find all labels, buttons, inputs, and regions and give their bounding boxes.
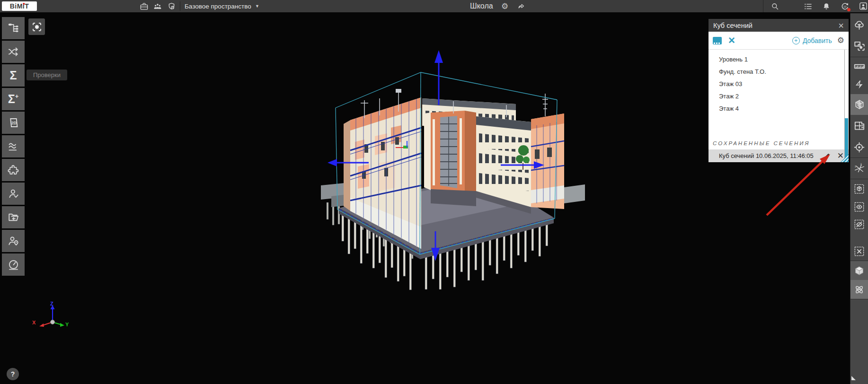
shield-clock-icon[interactable] bbox=[166, 1, 177, 11]
solid-view-button[interactable] bbox=[850, 261, 868, 280]
user-check-button[interactable] bbox=[2, 183, 25, 205]
plus-circle-icon: + bbox=[792, 37, 800, 44]
section-cube-tool-icon[interactable] bbox=[713, 37, 722, 44]
fit-selection-button[interactable] bbox=[850, 35, 868, 57]
isolate-cube-icon bbox=[853, 183, 865, 195]
sheet-2d-icon: 2D bbox=[7, 116, 20, 129]
model-tree-button[interactable] bbox=[2, 17, 25, 39]
building-model bbox=[321, 89, 585, 290]
shuffle-links-button[interactable] bbox=[2, 41, 25, 63]
search-icon[interactable] bbox=[770, 1, 780, 11]
list-item-level[interactable]: Этаж 4 bbox=[709, 103, 849, 115]
show-eye-icon bbox=[853, 201, 865, 213]
panel-settings-gear-icon[interactable]: ⚙ bbox=[837, 36, 844, 44]
flash-mode-button[interactable] bbox=[850, 75, 868, 94]
solid-cube-icon bbox=[853, 265, 865, 277]
arrow-left-head bbox=[328, 159, 337, 166]
bim-viewer-app: Z X Y BiMıT Базовое пространство ▼ Школа… bbox=[0, 0, 868, 384]
gauge-button[interactable] bbox=[2, 253, 25, 276]
waves-chart-button[interactable] bbox=[2, 135, 25, 157]
puzzle-icon bbox=[7, 164, 20, 176]
bell-icon[interactable] bbox=[821, 1, 832, 11]
saved-section-label: Куб сечений 10.06.2025, 11:46:05 bbox=[719, 152, 814, 159]
section-cube-panel: Куб сечений × ✕ + Добавить ⚙ Уровень 1 Ф… bbox=[709, 19, 849, 162]
orbit-button[interactable] bbox=[850, 280, 868, 299]
sigma-icon: Σ bbox=[9, 70, 17, 81]
list-item-level[interactable]: Уровень 1 bbox=[709, 53, 849, 66]
refresh-badge-count: 10 bbox=[843, 5, 846, 8]
fit-selection-icon bbox=[853, 40, 866, 52]
isolate-object-button[interactable] bbox=[850, 179, 868, 198]
axis-y-label: Y bbox=[65, 322, 69, 327]
add-section-button[interactable]: + Добавить bbox=[792, 37, 832, 44]
model-tree-icon bbox=[7, 22, 20, 35]
project-settings-gear-icon[interactable]: ⚙ bbox=[500, 1, 510, 11]
axis-z-label: Z bbox=[50, 301, 53, 306]
panel-close-icon[interactable]: × bbox=[838, 21, 844, 30]
axes-measure-icon: 12 bbox=[853, 162, 866, 175]
user-location-icon bbox=[7, 235, 20, 247]
user-check-icon bbox=[7, 187, 20, 200]
fit-to-view-button[interactable] bbox=[28, 18, 45, 35]
arrow-up-head bbox=[434, 50, 443, 63]
help-button[interactable]: ? bbox=[7, 368, 19, 380]
top-bar: BiMıT Базовое пространство ▼ Школа ⚙ bbox=[0, 0, 868, 12]
project-title: Школа bbox=[470, 2, 493, 10]
floor-plan-button[interactable] bbox=[850, 115, 868, 137]
notification-badge-dot bbox=[847, 8, 850, 11]
gauge-icon bbox=[7, 258, 20, 271]
team-icon[interactable] bbox=[152, 1, 163, 11]
target-button[interactable] bbox=[850, 137, 868, 157]
saved-section-row[interactable]: Куб сечений 10.06.2025, 11:46:05 ✕ bbox=[709, 149, 849, 162]
workspace-label: Базовое пространство bbox=[185, 3, 251, 10]
hide-eye-icon bbox=[853, 218, 865, 230]
list-item-level[interactable]: Этаж 2 bbox=[709, 90, 849, 103]
user-avatar-icon[interactable] bbox=[858, 1, 868, 11]
axes-measure-button[interactable]: 12 bbox=[850, 158, 868, 179]
share-icon[interactable] bbox=[517, 1, 526, 11]
show-objects-button[interactable] bbox=[850, 198, 868, 216]
checks-sigma-button[interactable]: Σ bbox=[2, 64, 25, 87]
folder-export-icon bbox=[7, 211, 20, 224]
section-remove-icon[interactable]: ✕ bbox=[728, 36, 735, 45]
section-cube-button[interactable] bbox=[850, 94, 868, 115]
shuffle-icon bbox=[7, 45, 20, 58]
plugin-puzzle-button[interactable] bbox=[2, 159, 25, 181]
briefcase-icon[interactable] bbox=[139, 1, 149, 11]
right-toolbar: 12 bbox=[850, 13, 868, 384]
flash-icon bbox=[854, 79, 865, 90]
svg-text:2: 2 bbox=[860, 163, 861, 166]
tooltip-checks: Проверки bbox=[27, 70, 67, 80]
ruler-icon bbox=[853, 60, 866, 72]
toolbar-resize-grip[interactable] bbox=[851, 376, 856, 380]
history-refresh-icon[interactable]: 10 bbox=[840, 1, 850, 11]
app-logo[interactable]: BiMıT bbox=[2, 1, 37, 11]
ruler-button[interactable] bbox=[850, 57, 868, 75]
menu-list-icon[interactable] bbox=[803, 1, 813, 11]
panel-header[interactable]: Куб сечений × bbox=[709, 19, 849, 32]
focus-hexagon-icon bbox=[31, 21, 43, 33]
list-item-level[interactable]: Фунд. стена Т.О. bbox=[709, 66, 849, 78]
svg-text:1: 1 bbox=[854, 165, 856, 168]
panel-scrollbar-thumb[interactable] bbox=[845, 118, 848, 158]
orbit-icon bbox=[853, 284, 865, 296]
left-toolbar: Σ Σ+ 2D bbox=[2, 17, 25, 276]
workspace-selector[interactable]: Базовое пространство ▼ bbox=[185, 0, 259, 12]
hide-objects-button[interactable] bbox=[850, 216, 868, 233]
list-item-level[interactable]: Этаж 03 bbox=[709, 78, 849, 90]
waves-icon bbox=[7, 140, 20, 153]
checks-sigma-add-button[interactable]: Σ+ bbox=[2, 88, 25, 110]
sigma-plus-icon: Σ+ bbox=[8, 93, 19, 105]
edit-pencil-icon[interactable] bbox=[824, 153, 830, 159]
tree-icon bbox=[853, 19, 865, 31]
user-location-button[interactable] bbox=[2, 230, 25, 252]
add-section-label: Добавить bbox=[803, 37, 832, 44]
sheet-2d-button[interactable]: 2D bbox=[2, 112, 25, 134]
clear-isolation-button[interactable] bbox=[850, 242, 868, 261]
folder-export-button[interactable] bbox=[2, 206, 25, 228]
target-icon bbox=[853, 141, 865, 153]
tree-visibility-button[interactable] bbox=[850, 15, 868, 35]
panel-toolbar: ✕ + Добавить ⚙ bbox=[709, 32, 849, 50]
dropdown-caret-icon: ▼ bbox=[255, 4, 259, 9]
delete-section-icon[interactable]: ✕ bbox=[837, 152, 844, 160]
